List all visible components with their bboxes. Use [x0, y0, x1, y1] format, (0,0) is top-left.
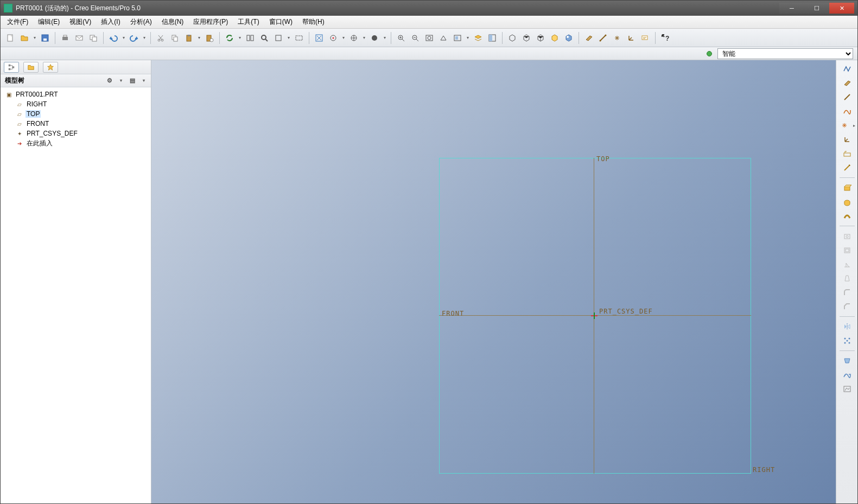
tree-node-insert-here[interactable]: ➔ 在此插入	[1, 138, 151, 148]
selection-filter-button[interactable]	[272, 31, 285, 44]
draft-button[interactable]	[840, 272, 854, 285]
sidebar-tab-folder[interactable]	[23, 62, 39, 73]
rib-button[interactable]	[840, 258, 854, 271]
tree-node-right[interactable]: ▱ RIGHT	[1, 99, 151, 109]
mail-button[interactable]	[73, 31, 86, 44]
undo-dropdown[interactable]: ▾	[121, 31, 126, 44]
selection-filter-dropdown[interactable]: 智能	[717, 48, 853, 59]
saved-view-button[interactable]	[451, 31, 464, 44]
chamfer-button[interactable]	[840, 300, 854, 313]
open-button[interactable]	[18, 31, 31, 44]
pattern-button[interactable]	[840, 334, 854, 347]
tree-show-dropdown[interactable]: ▾	[141, 78, 147, 83]
redo-dropdown[interactable]: ▾	[142, 31, 147, 44]
render-setup-button[interactable]	[840, 382, 854, 395]
redo-button[interactable]	[128, 31, 141, 44]
view-manager-button[interactable]	[347, 31, 360, 44]
sweep-button[interactable]	[840, 209, 854, 222]
save-button[interactable]	[39, 31, 52, 44]
repaint-button[interactable]	[313, 31, 326, 44]
open-dropdown[interactable]: ▾	[32, 31, 37, 44]
copy-button[interactable]	[168, 31, 181, 44]
menu-analysis[interactable]: 分析(A)	[126, 16, 156, 28]
regen-manager-button[interactable]	[244, 31, 257, 44]
regen-dropdown[interactable]: ▾	[237, 31, 243, 44]
zoom-in-button[interactable]	[395, 31, 408, 44]
print-button[interactable]	[59, 31, 72, 44]
no-hidden-button[interactable]	[534, 31, 547, 44]
hole-button[interactable]	[840, 229, 854, 243]
datum-axis-toggle[interactable]	[596, 31, 609, 44]
datum-point-button[interactable]	[837, 119, 851, 132]
undo-button[interactable]	[107, 31, 120, 44]
model-tree[interactable]: ▣ PRT0001.PRT ▱ RIGHT ▱ TOP ▱ FRONT ✦	[1, 87, 151, 503]
copy-object-button[interactable]	[87, 31, 100, 44]
rectangle-select-button[interactable]	[293, 31, 306, 44]
revolve-button[interactable]	[840, 195, 854, 208]
shade-button[interactable]	[368, 31, 381, 44]
style-button[interactable]	[840, 368, 854, 381]
wireframe-button[interactable]	[506, 31, 519, 44]
sidebar-tab-model-tree[interactable]	[4, 62, 19, 73]
menu-help[interactable]: 帮助(H)	[298, 16, 329, 28]
reorient-button[interactable]	[437, 31, 450, 44]
menu-insert[interactable]: 插入(I)	[97, 16, 124, 28]
datum-plane-toggle[interactable]	[582, 31, 595, 44]
mirror-button[interactable]	[840, 320, 854, 333]
boundary-blend-button[interactable]	[840, 354, 854, 367]
extrude-button[interactable]	[840, 181, 854, 194]
datum-point-dropdown[interactable]: ▸	[851, 123, 857, 128]
context-help-button[interactable]: ?	[659, 31, 672, 44]
shade-dropdown[interactable]: ▾	[382, 31, 387, 44]
layers-button[interactable]	[472, 31, 485, 44]
spin-center-button[interactable]	[327, 31, 340, 44]
maximize-button[interactable]: ☐	[804, 3, 829, 14]
menu-edit[interactable]: 编辑(E)	[34, 16, 64, 28]
tree-root[interactable]: ▣ PRT0001.PRT	[1, 90, 151, 99]
find-button[interactable]	[258, 31, 271, 44]
paste-button[interactable]	[182, 31, 195, 44]
menu-info[interactable]: 信息(N)	[157, 16, 188, 28]
menu-view[interactable]: 视图(V)	[65, 16, 96, 28]
enhanced-button[interactable]	[562, 31, 575, 44]
tree-node-csys[interactable]: ✦ PRT_CSYS_DEF	[1, 129, 151, 138]
sketch-line-button[interactable]	[840, 62, 854, 75]
datum-csys-toggle[interactable]	[625, 31, 638, 44]
shell-button[interactable]	[840, 244, 854, 257]
paste-dropdown[interactable]: ▾	[196, 31, 202, 44]
tree-node-front[interactable]: ▱ FRONT	[1, 119, 151, 129]
datum-point-toggle[interactable]	[611, 31, 624, 44]
datum-axis-button[interactable]	[840, 91, 854, 104]
annotation-toggle[interactable]	[639, 31, 652, 44]
tree-settings-button[interactable]: ⚙	[104, 76, 115, 86]
tree-show-button[interactable]: ▤	[127, 76, 138, 86]
tree-node-top[interactable]: ▱ TOP	[1, 109, 151, 119]
paste-special-button[interactable]	[203, 31, 216, 44]
datum-csys-button[interactable]	[840, 133, 854, 146]
sketch-button[interactable]	[840, 147, 854, 160]
minimize-button[interactable]: ─	[779, 3, 804, 14]
view-mode-button[interactable]	[486, 31, 499, 44]
menu-app[interactable]: 应用程序(P)	[189, 16, 232, 28]
view-manager-dropdown[interactable]: ▾	[361, 31, 367, 44]
menu-tools[interactable]: 工具(T)	[233, 16, 263, 28]
cut-button[interactable]	[154, 31, 167, 44]
datum-curve-button[interactable]	[840, 105, 854, 118]
menu-window[interactable]: 窗口(W)	[265, 16, 297, 28]
zoom-out-button[interactable]	[409, 31, 422, 44]
menu-file[interactable]: 文件(F)	[3, 16, 33, 28]
tree-settings-dropdown[interactable]: ▾	[118, 78, 124, 83]
datum-plane-button[interactable]	[840, 76, 854, 90]
selection-dropdown[interactable]: ▾	[286, 31, 291, 44]
spin-dropdown[interactable]: ▾	[341, 31, 346, 44]
new-button[interactable]	[4, 31, 17, 44]
saved-view-dropdown[interactable]: ▾	[465, 31, 471, 44]
graphics-area[interactable]: TOP FRONT PRT_CSYS_DEF RIGHT	[151, 60, 836, 503]
hidden-line-button[interactable]	[520, 31, 533, 44]
round-button[interactable]	[840, 286, 854, 299]
sketch-tool-button[interactable]	[840, 161, 854, 174]
zoom-fit-button[interactable]	[423, 31, 436, 44]
sidebar-tab-favorites[interactable]	[43, 62, 58, 73]
regen-button[interactable]	[223, 31, 236, 44]
shaded-button[interactable]	[548, 31, 561, 44]
